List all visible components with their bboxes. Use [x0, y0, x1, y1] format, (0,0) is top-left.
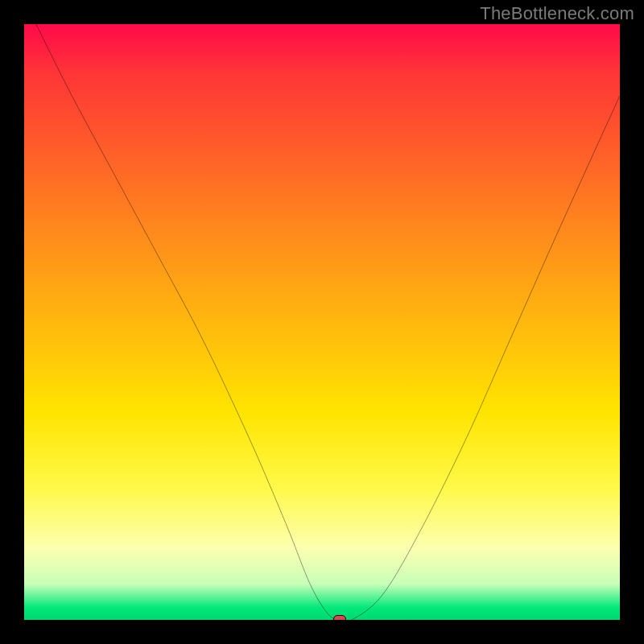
- plot-area: [24, 24, 620, 620]
- optimum-marker: [333, 615, 346, 620]
- bottleneck-curve: [24, 24, 620, 620]
- watermark-text: TheBottleneck.com: [480, 3, 634, 24]
- chart-frame: TheBottleneck.com: [0, 0, 644, 644]
- curve-path: [36, 24, 620, 620]
